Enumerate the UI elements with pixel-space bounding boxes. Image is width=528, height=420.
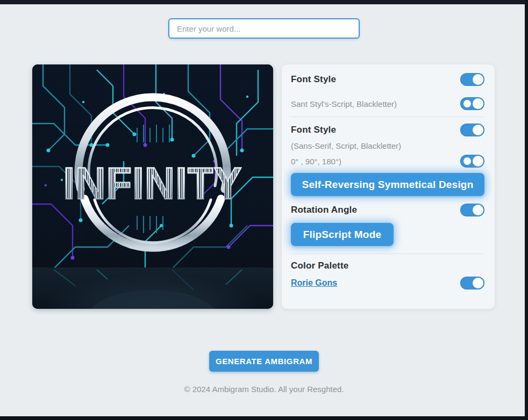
bottom-frame-bar [0, 416, 528, 420]
font-variant-1-toggle[interactable] [460, 97, 484, 110]
generate-ambigram-button[interactable]: GENERATE AMBIGRAM [209, 351, 319, 372]
toggle-knob [473, 98, 483, 109]
font-style-2-subtext: (Sans-Serif, Script, Blackletter) [291, 141, 484, 150]
toggle-knob [473, 278, 483, 288]
options-panel: Font Style Sant Styl's-Script, Blacklett… [282, 64, 495, 309]
rotation-angle-row: Rotation Angle [291, 204, 484, 216]
toggle-knob [473, 74, 483, 85]
top-bar [0, 0, 528, 4]
color-palette-toggle[interactable] [460, 277, 484, 289]
ambigram-preview-image: INFINITY [32, 64, 273, 309]
main-content: INFINITY Font Style Sant Styl's-Script, … [32, 64, 495, 309]
font-variant-1-text: Sant Styl's-Script, Blackletter) [291, 99, 397, 108]
flipscript-mode-button[interactable]: FlipScript Mode [291, 223, 394, 246]
ambigram-word: INFINITY [63, 158, 242, 208]
font-variant-1-row: Sant Styl's-Script, Blackletter) [291, 97, 484, 110]
font-style-2-label: Font Style [291, 125, 336, 135]
font-style-2-toggle[interactable] [460, 124, 484, 136]
toggle-knob [473, 125, 483, 135]
toggle-knob [473, 205, 483, 215]
divider [291, 117, 484, 117]
rotation-options-row: 0° , 90°, 180°) [291, 155, 484, 168]
font-style-2-row: Font Style [291, 124, 484, 136]
self-reversing-button[interactable]: Self-Reversing Symmetical Design [291, 173, 484, 196]
rotation-options-text: 0° , 90°, 180°) [291, 157, 341, 166]
right-frame-bar [525, 0, 528, 420]
footer-copyright: © 2024 Ambigram Studio. All your Resghte… [0, 385, 528, 394]
rotation-angle-label: Rotation Angle [291, 205, 357, 215]
rotation-options-toggle[interactable] [460, 155, 484, 168]
search-row [0, 0, 528, 39]
search-input[interactable] [168, 18, 360, 39]
divider [291, 254, 484, 254]
font-style-1-label: Font Style [291, 74, 336, 85]
rotation-angle-toggle[interactable] [460, 204, 484, 216]
toggle-knob [473, 156, 483, 166]
color-palette-link[interactable]: Rorie Gons [291, 278, 337, 288]
toggle-knob-small [463, 100, 471, 107]
font-style-1-row: Font Style [291, 73, 484, 86]
generate-row: GENERATE AMBIGRAM [0, 351, 528, 372]
font-style-1-toggle[interactable] [460, 73, 484, 86]
toggle-knob-small [463, 157, 471, 165]
color-palette-label: Color Palette [291, 260, 484, 271]
color-palette-row: Rorie Gons [291, 277, 484, 289]
